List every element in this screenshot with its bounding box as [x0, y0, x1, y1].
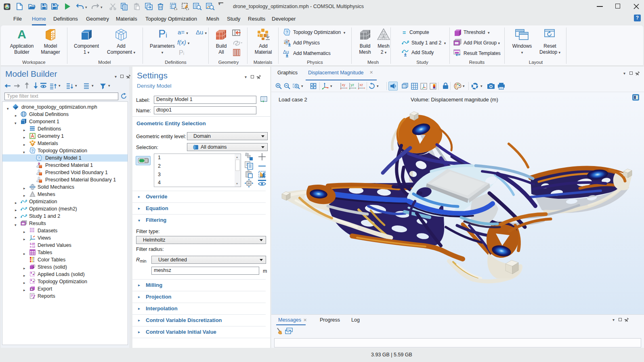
svg-text:yz: yz	[351, 83, 355, 87]
svg-text:8.85: 8.85	[30, 242, 35, 245]
svg-text:?: ?	[38, 156, 40, 160]
svg-text:xy: xy	[342, 83, 346, 87]
svg-text:?: ?	[31, 148, 34, 153]
svg-text:e-12: e-12	[30, 245, 35, 248]
svg-text:Δu: Δu	[283, 49, 289, 55]
svg-text:?: ?	[285, 30, 288, 35]
svg-text:xz: xz	[360, 83, 363, 87]
